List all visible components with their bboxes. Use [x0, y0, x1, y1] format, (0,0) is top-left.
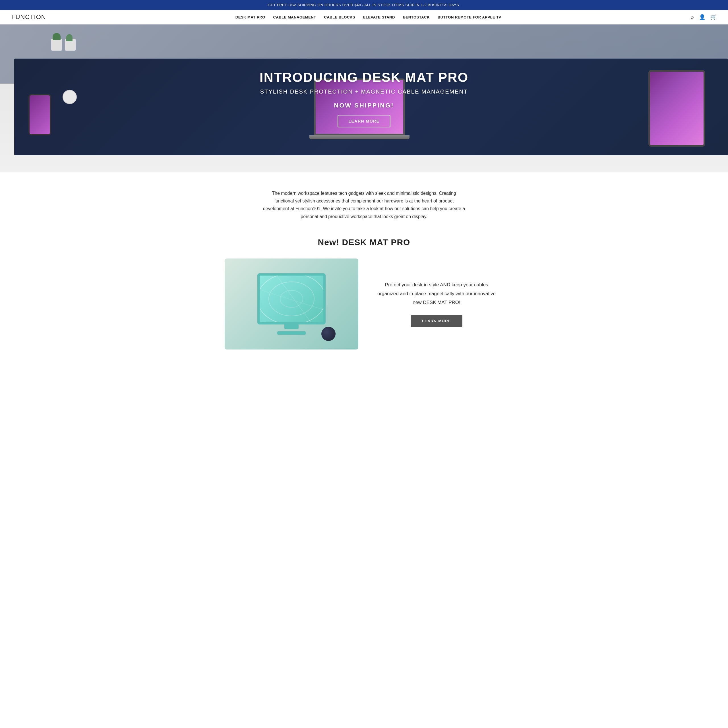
- hero-cta-button[interactable]: LEARN MORE: [338, 115, 390, 127]
- tablet-decoration: [648, 70, 705, 147]
- phone-decoration: [28, 94, 51, 135]
- site-header: FUNCTION DESK MAT PRO CABLE MANAGEMENT C…: [0, 10, 728, 24]
- product-grid: Protect your desk in style AND keep your…: [225, 258, 503, 350]
- svg-line-4: [260, 290, 323, 310]
- svg-point-0: [260, 275, 323, 322]
- nav-item-button-remote[interactable]: BUTTON REMOTE FOR APPLE TV: [437, 15, 502, 19]
- imac-base-decoration: [277, 331, 306, 335]
- svg-point-1: [269, 282, 314, 316]
- imac-screen-art: [260, 275, 323, 322]
- charger-decoration: [63, 90, 77, 104]
- product-description-text: Protect your desk in style AND keep your…: [375, 281, 498, 307]
- product-section-title: New! DESK MAT PRO: [225, 237, 503, 247]
- nav-item-bentostack[interactable]: BENTOSTACK: [403, 15, 430, 19]
- svg-line-3: [277, 275, 311, 322]
- nav-item-desk-mat-pro[interactable]: DESK MAT PRO: [236, 15, 265, 19]
- nav-item-cable-blocks[interactable]: CABLE BLOCKS: [324, 15, 355, 19]
- main-nav: DESK MAT PRO CABLE MANAGEMENT CABLE BLOC…: [236, 15, 502, 19]
- product-section: New! DESK MAT PRO Protect your desk in s…: [213, 237, 515, 350]
- hero-section: INTRODUCING DESK MAT PRO STYLISH DESK PR…: [0, 24, 728, 172]
- imac-screen-decoration: [257, 273, 326, 324]
- plant-leaves-1: [53, 33, 61, 40]
- logo-main: FUNCT: [11, 13, 34, 20]
- header-icons: ⌕ 👤 🛒: [691, 14, 717, 20]
- product-info: Protect your desk in style AND keep your…: [370, 275, 503, 333]
- plant-decoration: [51, 39, 76, 50]
- description-section: The modern workspace features tech gadge…: [250, 190, 478, 220]
- plant-leaves-2: [66, 34, 72, 41]
- description-text: The modern workspace features tech gadge…: [262, 190, 466, 220]
- svg-point-2: [280, 291, 303, 307]
- announcement-text: GET FREE USA SHIPPING ON ORDERS OVER $40…: [268, 3, 460, 7]
- site-logo[interactable]: FUNCTION: [11, 13, 46, 21]
- product-image: [225, 258, 358, 350]
- pot-2: [65, 39, 76, 50]
- pot-1: [51, 39, 62, 50]
- sphere-decoration: [321, 327, 336, 341]
- laptop-base: [309, 135, 410, 139]
- nav-item-cable-management[interactable]: CABLE MANAGEMENT: [273, 15, 316, 19]
- hero-content: INTRODUCING DESK MAT PRO STYLISH DESK PR…: [254, 64, 474, 133]
- announcement-bar: GET FREE USA SHIPPING ON ORDERS OVER $40…: [0, 0, 728, 10]
- hero-subtitle: STYLISH DESK PROTECTION + MAGNETIC CABLE…: [260, 89, 469, 95]
- hero-title: INTRODUCING DESK MAT PRO: [260, 70, 469, 85]
- logo-light: ION: [34, 13, 46, 20]
- nav-item-elevate-stand[interactable]: ELEVATE STAND: [363, 15, 395, 19]
- cart-icon[interactable]: 🛒: [710, 14, 717, 20]
- search-icon[interactable]: ⌕: [691, 14, 694, 20]
- account-icon[interactable]: 👤: [699, 14, 705, 20]
- hero-shipping-label: NOW SHIPPING!: [260, 102, 469, 109]
- product-cta-button[interactable]: LEARN MORE: [411, 315, 462, 327]
